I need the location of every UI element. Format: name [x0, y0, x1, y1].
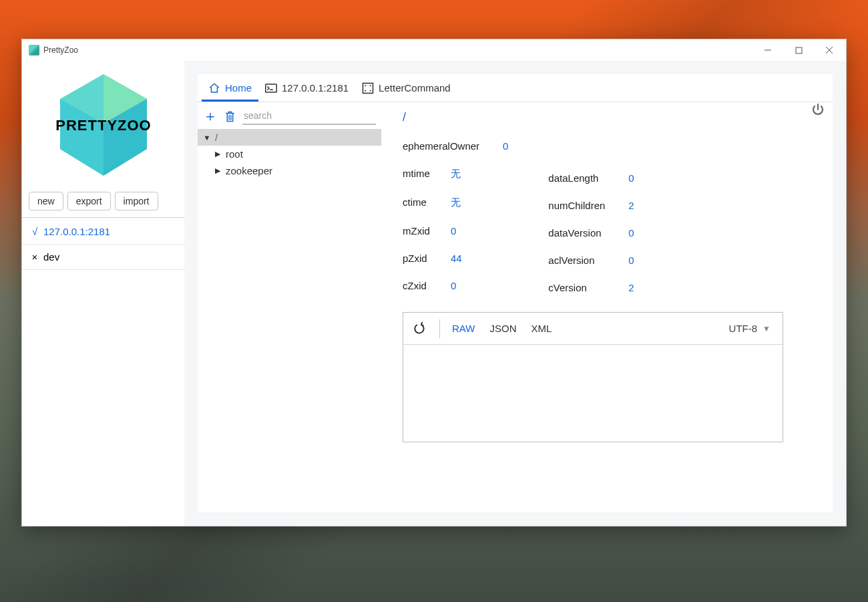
stat-value: 无	[451, 196, 461, 209]
svg-text:PRETTYZOO: PRETTYZOO	[55, 117, 151, 134]
delete-node-button[interactable]	[224, 110, 236, 123]
maximize-button[interactable]	[783, 39, 814, 61]
main-area: Home 127.0.0.1:2181 LetterCommand	[184, 61, 846, 526]
stat-value: 2	[628, 282, 634, 293]
logo: PRETTYZOO	[47, 69, 160, 182]
stat-value: 0	[628, 227, 634, 239]
encoding-select[interactable]: UTF-8 ▼	[729, 323, 777, 334]
node-path: /	[403, 110, 821, 124]
stat-value: 0	[451, 225, 456, 237]
window-controls	[752, 39, 845, 61]
stat-row: dataVersion 0	[548, 227, 634, 239]
status-disconnected-icon: ×	[30, 251, 39, 263]
svg-point-14	[370, 90, 371, 91]
tree-node-zookeeper[interactable]: ▶ zookeeper	[198, 162, 381, 179]
stat-key: dataLength	[548, 172, 614, 184]
stat-key: ephemeralOwner	[403, 140, 488, 152]
stat-key: cZxid	[403, 280, 436, 291]
chevron-right-icon: ▶	[214, 150, 222, 158]
encoding-label: UTF-8	[729, 323, 758, 334]
detail-pane: / ephemeralOwner 0 mtime 无	[381, 102, 833, 512]
stat-row: dataLength 0	[548, 172, 634, 184]
tree: ▼ / ▶ root ▶ zookeeper	[198, 129, 381, 179]
export-button[interactable]: export	[67, 192, 111, 210]
tabs: Home 127.0.0.1:2181 LetterCommand	[198, 74, 833, 102]
server-list: √ 127.0.0.1:2181 × dev	[22, 218, 184, 270]
sidebar-buttons: new export import	[22, 188, 184, 218]
svg-point-11	[365, 85, 366, 86]
tree-pane: ＋ ▼ / ▶	[198, 102, 381, 512]
svg-point-12	[370, 85, 371, 86]
format-raw[interactable]: RAW	[449, 323, 477, 334]
data-box: RAW JSON XML UTF-8 ▼	[403, 312, 783, 442]
stat-value: 0	[503, 140, 508, 152]
main-panel: Home 127.0.0.1:2181 LetterCommand	[198, 74, 833, 512]
stat-row: mZxid 0	[403, 225, 508, 237]
disconnect-button[interactable]	[810, 102, 826, 118]
window-title: PrettyZoo	[43, 45, 78, 55]
stat-value: 0	[628, 255, 634, 266]
stat-value: 2	[628, 200, 634, 211]
app-window: PrettyZoo PRE	[21, 39, 847, 526]
refresh-button[interactable]	[409, 322, 430, 335]
data-content[interactable]	[403, 345, 783, 442]
command-icon	[362, 82, 374, 94]
tree-node-label: zookeeper	[226, 165, 272, 176]
separator	[439, 319, 440, 338]
tab-server[interactable]: 127.0.0.1:2181	[258, 74, 355, 102]
close-icon	[825, 46, 833, 54]
home-icon	[208, 82, 220, 94]
stat-key: dataVersion	[548, 227, 614, 239]
stat-value: 0	[628, 172, 634, 184]
stat-row: mtime 无	[403, 168, 508, 180]
stat-row: ephemeralOwner 0	[403, 140, 508, 152]
minimize-button[interactable]	[752, 39, 783, 61]
import-button[interactable]: import	[115, 192, 158, 210]
minimize-icon	[764, 46, 772, 54]
tab-label: LetterCommand	[379, 82, 451, 94]
format-xml[interactable]: XML	[528, 323, 554, 334]
add-node-button[interactable]: ＋	[203, 106, 218, 126]
app-icon	[29, 45, 39, 55]
stat-key: pZxid	[403, 253, 436, 264]
stat-key: cVersion	[548, 282, 614, 293]
logo-container: PRETTYZOO	[22, 61, 184, 188]
tree-node-root-slash[interactable]: ▼ /	[198, 129, 381, 146]
stat-row: cZxid 0	[403, 280, 508, 291]
stat-key: mtime	[403, 168, 436, 179]
chevron-down-icon: ▼	[763, 324, 771, 333]
close-button[interactable]	[814, 39, 845, 61]
search-input[interactable]	[242, 108, 376, 125]
stat-key: numChildren	[548, 200, 614, 211]
terminal-icon	[265, 82, 277, 94]
tab-label: Home	[225, 82, 252, 94]
tab-label: 127.0.0.1:2181	[282, 82, 349, 94]
stat-key: mZxid	[403, 225, 436, 237]
node-stats: ephemeralOwner 0 mtime 无 ctime 无	[403, 140, 821, 293]
svg-rect-1	[796, 47, 802, 53]
stat-row: aclVersion 0	[548, 255, 634, 266]
svg-point-13	[365, 90, 366, 91]
stat-row: pZxid 44	[403, 253, 508, 264]
server-item-connected[interactable]: √ 127.0.0.1:2181	[22, 219, 184, 245]
new-button[interactable]: new	[29, 192, 63, 210]
stat-key: ctime	[403, 196, 436, 208]
svg-rect-9	[266, 84, 277, 92]
sidebar: PRETTYZOO new export import √ 127.0.0.1:…	[22, 61, 184, 526]
chevron-down-icon: ▼	[203, 134, 211, 142]
server-item-disconnected[interactable]: × dev	[22, 245, 184, 270]
refresh-icon	[413, 322, 426, 335]
server-name: dev	[43, 251, 59, 263]
tree-node-root[interactable]: ▶ root	[198, 146, 381, 162]
svg-rect-10	[363, 83, 373, 93]
stat-value: 0	[451, 280, 456, 291]
stat-key: aclVersion	[548, 255, 614, 266]
tab-home[interactable]: Home	[202, 74, 258, 102]
server-name: 127.0.0.1:2181	[43, 226, 110, 237]
stat-row: numChildren 2	[548, 200, 634, 211]
tab-letter-command[interactable]: LetterCommand	[355, 74, 457, 102]
titlebar[interactable]: PrettyZoo	[22, 39, 846, 61]
data-format-tabs: RAW JSON XML UTF-8 ▼	[403, 313, 783, 345]
format-json[interactable]: JSON	[487, 323, 519, 334]
tree-node-label: root	[226, 148, 243, 160]
